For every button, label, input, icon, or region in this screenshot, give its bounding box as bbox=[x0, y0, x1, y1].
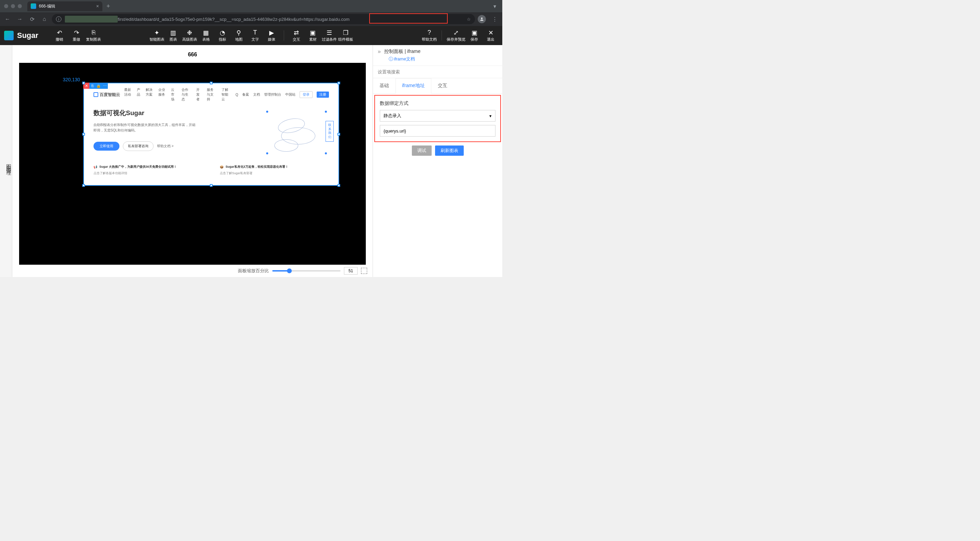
collapse-panel-icon[interactable]: » bbox=[378, 48, 381, 55]
dashboard-title[interactable]: 666 bbox=[105, 48, 280, 61]
panel-tabs: 基础 iframe地址 交互 bbox=[373, 78, 502, 94]
toolbar-divider bbox=[284, 30, 284, 41]
undo-button[interactable]: ↶撤销 bbox=[52, 27, 67, 44]
layers-rail[interactable]: 图层管理 bbox=[0, 45, 12, 277]
profile-avatar-icon[interactable] bbox=[478, 15, 486, 23]
filter-button[interactable]: ☰过滤条件 bbox=[322, 27, 337, 44]
embed-link[interactable]: 管理控制台 bbox=[264, 92, 281, 97]
embed-nav-item[interactable]: 服务与支持 bbox=[207, 88, 217, 102]
site-info-icon[interactable]: i bbox=[56, 16, 61, 22]
fullscreen-icon[interactable] bbox=[361, 268, 367, 274]
minimize-window-icon[interactable] bbox=[11, 4, 15, 8]
copy-icon: ⎘ bbox=[92, 29, 95, 36]
embed-nav-item[interactable]: 最新活动 bbox=[124, 88, 132, 102]
media-button[interactable]: ▶媒体 bbox=[264, 27, 279, 44]
text-button[interactable]: T文字 bbox=[248, 27, 263, 44]
search-icon[interactable]: Q bbox=[235, 93, 238, 97]
browser-tab[interactable]: 666-编辑 × bbox=[27, 2, 102, 11]
new-tab-button[interactable]: + bbox=[104, 3, 112, 10]
zoom-input[interactable] bbox=[344, 267, 358, 274]
table-button[interactable]: ▦表格 bbox=[199, 27, 213, 44]
iframe-url-input[interactable] bbox=[380, 125, 495, 137]
redacted-host bbox=[65, 16, 118, 22]
embed-nav-item[interactable]: 合作与生态 bbox=[181, 88, 191, 102]
maximize-window-icon[interactable] bbox=[18, 4, 22, 8]
embed-nav-item[interactable]: 开发者 bbox=[196, 88, 202, 102]
use-now-button[interactable]: 立即使用 bbox=[94, 142, 119, 151]
play-icon: ▶ bbox=[269, 29, 274, 36]
contact-us-badge[interactable]: 联系我们 bbox=[326, 121, 334, 142]
tab-interaction[interactable]: 交互 bbox=[431, 78, 454, 93]
canvas[interactable]: 666 320,130 ✕ ⎘ 🔒 ⋯ bbox=[12, 45, 372, 265]
embed-nav-item[interactable]: 企业服务 bbox=[158, 88, 166, 102]
save-preview-button[interactable]: ⤢保存并预览 bbox=[447, 27, 465, 44]
embed-nav-item[interactable]: 云市场 bbox=[171, 88, 177, 102]
browser-chrome: 666-编辑 × + ▾ ← → ⟳ ⌂ i first/edit/dashbo… bbox=[0, 0, 502, 26]
binding-mode-select[interactable]: 静态录入 ▾ bbox=[380, 110, 495, 121]
bookmark-icon[interactable]: ☆ bbox=[467, 17, 471, 22]
help-icon: ? bbox=[428, 29, 431, 36]
debug-button[interactable]: 调试 bbox=[412, 145, 432, 156]
tabs-menu-icon[interactable]: ▾ bbox=[490, 2, 500, 11]
embed-nav-item[interactable]: 产品 bbox=[137, 88, 141, 102]
interaction-button[interactable]: ⇄交互 bbox=[289, 27, 304, 44]
promo-subtitle[interactable]: 点击了解各版本功能详情 bbox=[94, 171, 203, 176]
embed-nav: 最新活动 产品 解决方案 企业服务 云市场 合作与生态 开发者 服务与支持 了解… bbox=[124, 88, 231, 102]
indicator-button[interactable]: ◔指标 bbox=[215, 27, 230, 44]
tab-basic[interactable]: 基础 bbox=[373, 78, 396, 93]
reload-button[interactable]: ⟳ bbox=[27, 14, 37, 24]
material-button[interactable]: ▣素材 bbox=[305, 27, 320, 44]
chart-button[interactable]: ▥图表 bbox=[166, 27, 181, 44]
home-button[interactable]: ⌂ bbox=[40, 14, 49, 24]
selected-iframe-component[interactable]: ✕ ⎘ 🔒 ⋯ 百度智能云 bbox=[83, 83, 339, 186]
embed-link[interactable]: 中国站 bbox=[285, 92, 296, 97]
grid-icon: ▣ bbox=[310, 29, 316, 36]
canvas-wrap: 666 320,130 ✕ ⎘ 🔒 ⋯ bbox=[12, 45, 372, 277]
zoom-slider[interactable] bbox=[272, 270, 340, 271]
help-doc-link[interactable]: 帮助文档 > bbox=[157, 144, 174, 148]
map-button[interactable]: ⚲地图 bbox=[231, 27, 247, 44]
filter-icon: ☰ bbox=[326, 29, 332, 36]
pin-icon: ⚲ bbox=[237, 29, 241, 36]
embed-nav-item[interactable]: 解决方案 bbox=[146, 88, 154, 102]
svg-point-0 bbox=[481, 18, 483, 19]
zoom-slider-thumb[interactable] bbox=[287, 268, 292, 273]
toolbar-divider bbox=[442, 30, 442, 41]
smart-chart-button[interactable]: ✦智能图表 bbox=[150, 27, 164, 44]
login-button[interactable]: 登录 bbox=[300, 91, 313, 98]
forward-button[interactable]: → bbox=[15, 14, 25, 24]
adv-chart-button[interactable]: ❉高级图表 bbox=[182, 27, 197, 44]
browser-menu-icon[interactable]: ⋮ bbox=[490, 14, 500, 24]
save-button[interactable]: ▣保存 bbox=[467, 27, 482, 44]
refresh-chart-button[interactable]: 刷新图表 bbox=[435, 145, 464, 156]
promo-subtitle[interactable]: 点击了解Sugar私有部署 bbox=[220, 171, 329, 176]
settings-search-input[interactable] bbox=[373, 66, 502, 78]
private-deploy-button[interactable]: 私有部署咨询 bbox=[123, 141, 154, 151]
component-template-button[interactable]: ❒组件模板 bbox=[338, 27, 353, 44]
tab-close-icon[interactable]: × bbox=[96, 3, 99, 9]
register-button[interactable]: 注册 bbox=[317, 91, 329, 98]
embed-header: 百度智能云 最新活动 产品 解决方案 企业服务 云市场 合作与生态 开发者 服务… bbox=[94, 88, 329, 102]
panel-title: 控制面板 | iframe bbox=[384, 48, 420, 55]
back-button[interactable]: ← bbox=[3, 14, 12, 24]
iframe-doc-link[interactable]: ⓘiframe文档 bbox=[389, 56, 498, 62]
sparkle-icon: ✦ bbox=[154, 29, 159, 36]
address-bar[interactable]: i first/edit/dashboard/d_ada15-5ogx75e0-… bbox=[52, 14, 475, 24]
copy-chart-button[interactable]: ⎘复制图表 bbox=[86, 27, 101, 44]
embed-link[interactable]: 文档 bbox=[253, 92, 260, 97]
gauge-icon: ◔ bbox=[220, 29, 225, 36]
embed-link[interactable]: 备案 bbox=[242, 92, 249, 97]
chevron-down-icon: ▾ bbox=[489, 113, 492, 118]
expand-icon: ⤢ bbox=[453, 29, 458, 36]
redo-button[interactable]: ↷重做 bbox=[69, 27, 84, 44]
hero-description: 自助BI报表分析和制作可视化数据大屏的强大工具，组件丰富，开箱即用，无需SQL和… bbox=[94, 122, 196, 133]
tab-iframe-url[interactable]: iframe地址 bbox=[396, 78, 431, 94]
help-button[interactable]: ?帮助文档 bbox=[422, 27, 437, 44]
embed-nav-item[interactable]: 了解智能云 bbox=[221, 88, 231, 102]
brand: Sugar bbox=[4, 31, 38, 40]
exit-button[interactable]: ✕退出 bbox=[483, 27, 498, 44]
tab-title: 666-编辑 bbox=[39, 3, 55, 9]
close-window-icon[interactable] bbox=[4, 4, 8, 8]
canvas-stage[interactable]: 320,130 ✕ ⎘ 🔒 ⋯ bbox=[19, 63, 366, 265]
coordinate-label: 320,130 bbox=[63, 77, 80, 82]
